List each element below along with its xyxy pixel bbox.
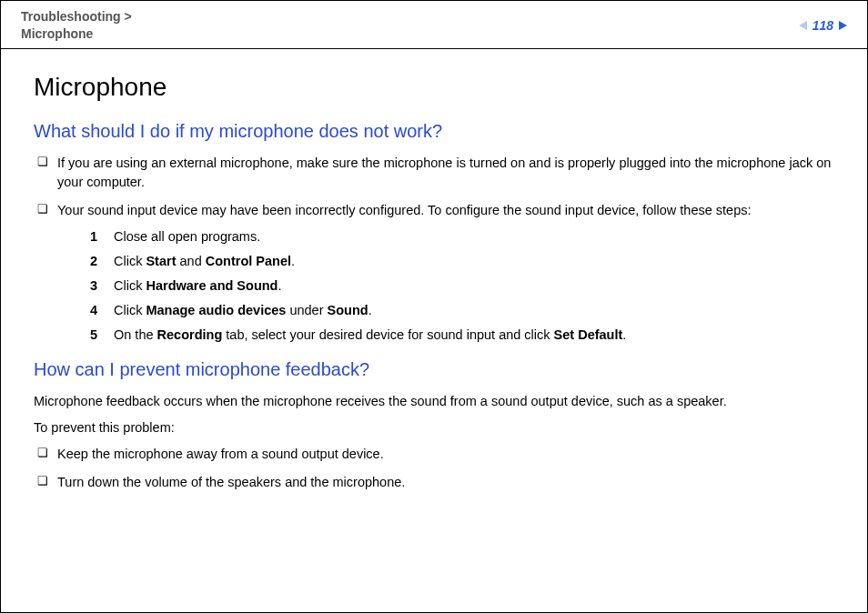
list-item-text: Keep the microphone away from a sound ou… [57,447,384,461]
step-item: Close all open programs. [90,227,834,246]
breadcrumb: Troubleshooting > Microphone [21,8,132,43]
breadcrumb-line-1: Troubleshooting > [21,9,132,24]
page-header: Troubleshooting > Microphone 118 [1,1,867,49]
list-item: Keep the microphone away from a sound ou… [34,445,834,464]
step-item: On the Recording tab, select your desire… [90,326,834,345]
page-number: 118 [812,18,833,33]
list-item-text: Your sound input device may have been in… [57,203,752,217]
list-item-text: Turn down the volume of the speakers and… [57,475,405,489]
bullet-list: Keep the microphone away from a sound ou… [34,445,834,492]
page-container: Troubleshooting > Microphone 118 Microph… [0,0,868,613]
list-item: Your sound input device may have been in… [34,201,834,345]
list-item: Turn down the volume of the speakers and… [34,473,834,492]
paragraph: To prevent this problem: [34,418,834,437]
paragraph: Microphone feedback occurs when the micr… [34,392,834,411]
section-heading: How can I prevent microphone feedback? [34,357,834,383]
breadcrumb-line-2: Microphone [21,26,93,41]
step-item: Click Hardware and Sound. [90,276,834,296]
step-item: Click Manage audio devices under Sound. [90,301,834,320]
list-item-text: If you are using an external microphone,… [57,156,831,189]
steps-list: Close all open programs. Click Start and… [90,227,834,345]
prev-page-icon[interactable] [799,21,807,30]
page-nav: 118 [799,18,847,33]
bullet-list: If you are using an external microphone,… [34,154,834,345]
page-content: Microphone What should I do if my microp… [1,49,867,492]
section-heading: What should I do if my microphone does n… [34,118,834,145]
step-item: Click Start and Control Panel. [90,252,834,271]
page-title: Microphone [34,69,834,106]
next-page-icon[interactable] [839,21,847,30]
list-item: If you are using an external microphone,… [34,154,834,192]
